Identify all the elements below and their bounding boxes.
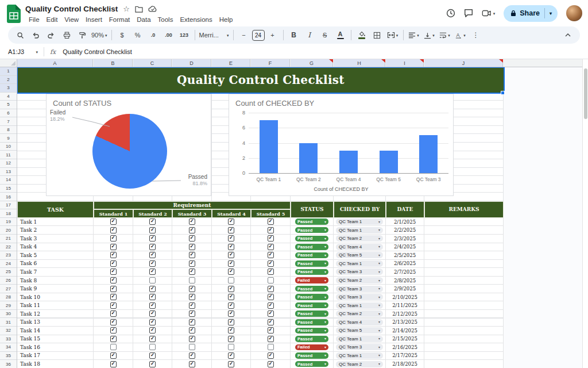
requirement-header[interactable]: Requirement [94, 201, 291, 210]
select-all-corner[interactable] [0, 59, 17, 67]
checkbox[interactable]: ✓ [189, 327, 195, 334]
row-header-12[interactable]: 12 [0, 159, 17, 168]
checked-by-dropdown[interactable]: QC Team 1▾ [336, 227, 383, 233]
status-dropdown[interactable]: Passed▾ [295, 361, 328, 367]
vertical-scrollbar[interactable] [582, 59, 588, 368]
checkbox[interactable]: ✓ [268, 319, 274, 325]
checkbox[interactable]: ✓ [110, 352, 117, 359]
name-box[interactable]: A1:J3▾ [8, 48, 38, 55]
cloud-status-icon[interactable] [148, 6, 157, 12]
row-header-17[interactable]: 17 [0, 201, 17, 210]
cell-task[interactable]: Task 2 [17, 226, 94, 235]
font-selector[interactable]: Merri...▾ [198, 28, 230, 42]
checkbox[interactable]: ✓ [149, 252, 156, 258]
status-dropdown[interactable]: Passed▾ [295, 328, 328, 334]
row-header-34[interactable]: 34 [0, 343, 17, 352]
row-header-21[interactable]: 21 [0, 235, 17, 243]
checkbox[interactable]: ✓ [268, 336, 274, 342]
checkbox[interactable]: ✓ [268, 260, 274, 267]
checkbox[interactable]: ✓ [189, 352, 195, 359]
checked-by-dropdown[interactable]: QC Team 4▾ [336, 244, 383, 250]
row-header-7[interactable]: 7 [0, 117, 17, 126]
cell-task[interactable]: Task 11 [17, 301, 94, 310]
checkbox[interactable]: ✓ [149, 327, 156, 334]
menu-extensions[interactable]: Extensions [176, 16, 215, 24]
increase-font-size-button[interactable]: + [265, 28, 280, 42]
font-size-input[interactable]: 24 [252, 30, 265, 41]
checked-by-dropdown[interactable]: QC Team 2▾ [336, 310, 383, 317]
checkbox[interactable]: ✓ [149, 361, 156, 367]
zoom-selector[interactable]: 90%▾ [90, 28, 109, 42]
row-header-18[interactable]: 18 [0, 209, 17, 218]
checkbox[interactable]: ✓ [149, 352, 156, 359]
cell-task[interactable]: Task 18 [17, 360, 94, 368]
checkbox[interactable]: ✓ [110, 227, 117, 233]
merge-cells-button[interactable]: ▾ [385, 28, 400, 42]
meet-button[interactable]: ▾ [482, 10, 496, 17]
checkbox[interactable]: ✓ [110, 269, 117, 275]
status-dropdown[interactable]: Passed▾ [295, 269, 328, 275]
document-title[interactable]: Quality Control Checklist [25, 5, 118, 13]
checkbox[interactable]: ✓ [110, 244, 117, 250]
row-header-27[interactable]: 27 [0, 285, 17, 293]
menu-help[interactable]: Help [216, 16, 237, 24]
row-header-25[interactable]: 25 [0, 268, 17, 277]
bar[interactable] [260, 120, 278, 173]
checkbox[interactable]: ✓ [228, 218, 234, 225]
cell-date[interactable]: 2/10/2025 [386, 293, 424, 302]
cell-date[interactable]: 2/18/2025 [386, 360, 424, 368]
cell-date[interactable]: 2/16/2025 [386, 343, 424, 352]
checkbox[interactable]: ✓ [149, 218, 156, 225]
row-header-24[interactable]: 24 [0, 260, 17, 269]
horizontal-align-button[interactable]: ▾ [407, 28, 421, 42]
cell-remarks[interactable] [424, 310, 504, 319]
status-dropdown[interactable]: Passed▾ [295, 218, 328, 225]
comments-icon[interactable] [464, 9, 473, 18]
checked-by-dropdown[interactable]: QC Team 3▾ [336, 286, 383, 292]
checkbox[interactable] [189, 277, 195, 283]
checkbox[interactable]: ✓ [110, 294, 117, 300]
cell-remarks[interactable] [424, 352, 504, 361]
checkbox[interactable]: ✓ [149, 235, 156, 241]
checkbox[interactable]: ✓ [228, 269, 234, 275]
cell-remarks[interactable] [424, 293, 504, 302]
status-dropdown[interactable]: Passed▾ [295, 319, 328, 325]
borders-button[interactable] [370, 28, 385, 42]
checkbox[interactable]: ✓ [228, 302, 234, 309]
decrease-font-size-button[interactable]: − [237, 28, 252, 42]
row-header-29[interactable]: 29 [0, 301, 17, 310]
checkbox[interactable]: ✓ [149, 336, 156, 342]
cell-remarks[interactable] [424, 319, 504, 327]
share-button[interactable]: Share ▾ [504, 5, 558, 22]
fill-color-button[interactable] [354, 28, 369, 42]
cell-remarks[interactable] [424, 360, 504, 368]
redo-button[interactable] [44, 28, 59, 42]
cell-remarks[interactable] [424, 301, 504, 310]
column-header-H[interactable]: H [334, 59, 385, 67]
checkbox[interactable] [228, 344, 234, 350]
checkbox[interactable]: ✓ [189, 252, 195, 258]
cell-date[interactable]: 2/8/2025 [386, 277, 424, 285]
checkbox[interactable]: ✓ [149, 294, 156, 300]
status-dropdown[interactable]: Passed▾ [295, 227, 328, 233]
decrease-decimal-button[interactable]: .0 [146, 28, 161, 42]
checked-by-dropdown[interactable]: QC Team 1▾ [336, 260, 383, 267]
row-header-23[interactable]: 23 [0, 251, 17, 260]
column-header-F[interactable]: F [251, 59, 290, 67]
row-header-8[interactable]: 8 [0, 126, 17, 135]
row-header-16[interactable]: 16 [0, 193, 17, 201]
checkbox[interactable]: ✓ [268, 327, 274, 334]
increase-decimal-button[interactable]: .00 [161, 28, 176, 42]
sheets-logo-icon[interactable] [7, 5, 21, 23]
cell-remarks[interactable] [424, 251, 504, 260]
user-avatar[interactable] [566, 5, 582, 21]
cell-date[interactable]: 2/3/2025 [386, 235, 424, 243]
row-header-1[interactable]: 1 [0, 67, 17, 76]
checkbox[interactable]: ✓ [228, 319, 234, 325]
checkbox[interactable]: ✓ [110, 310, 117, 317]
checkbox[interactable]: ✓ [189, 269, 195, 275]
checkbox[interactable]: ✓ [189, 294, 195, 300]
column-header-B[interactable]: B [94, 59, 133, 67]
checkbox[interactable]: ✓ [110, 218, 117, 225]
status-dropdown[interactable]: Passed▾ [295, 336, 328, 342]
